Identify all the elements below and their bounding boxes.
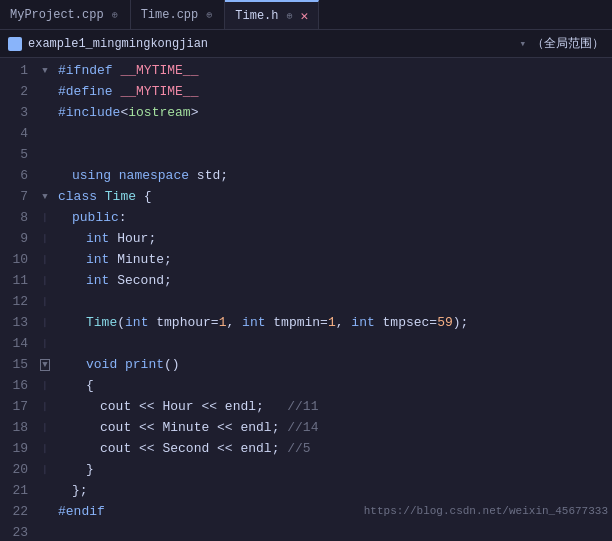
token-hour: Hour; xyxy=(117,228,156,249)
code-line-14 xyxy=(54,333,612,354)
code-line-5 xyxy=(54,144,612,165)
gutter-7: ▼ xyxy=(36,186,54,207)
line-num-8: 8 xyxy=(4,207,28,228)
token-59: 59 xyxy=(437,312,453,333)
line-num-14: 14 xyxy=(4,333,28,354)
line-num-1: 1 xyxy=(4,60,28,81)
token-int10: int xyxy=(86,249,117,270)
code-line-4 xyxy=(54,123,612,144)
gutter-20: │ xyxy=(36,459,54,480)
tab-close-timecpp[interactable]: ⊕ xyxy=(204,8,214,22)
tab-close-timeh[interactable]: ⊕ xyxy=(285,9,295,23)
token-cmt17: //11 xyxy=(287,396,318,417)
token-std: std; xyxy=(197,165,228,186)
line-num-19: 19 xyxy=(4,438,28,459)
gutter-6 xyxy=(36,165,54,186)
token-brace16: { xyxy=(86,375,94,396)
token-void: void xyxy=(86,354,125,375)
token-tmpmin: tmpmin= xyxy=(273,312,328,333)
line-num-17: 17 xyxy=(4,396,28,417)
token-macro2: __MYTIME__ xyxy=(120,81,198,102)
token-second19: Second xyxy=(162,438,209,459)
token-second: Second; xyxy=(117,270,172,291)
code-line-9: int Hour; xyxy=(54,228,612,249)
file-selector-name[interactable]: example1_mingmingkongjian xyxy=(28,37,513,51)
line-num-10: 10 xyxy=(4,249,28,270)
gutter-11: │ xyxy=(36,270,54,291)
code-line-15: void print() xyxy=(54,354,612,375)
tab-close-x[interactable]: ✕ xyxy=(301,8,309,24)
token-ctor-name: Time xyxy=(86,312,117,333)
token-brace20: } xyxy=(86,459,94,480)
tab-timecpp[interactable]: Time.cpp ⊕ xyxy=(131,0,226,29)
tab-bar: MyProject.cpp ⊕ Time.cpp ⊕ Time.h ⊕ ✕ xyxy=(0,0,612,30)
token-namespace: namespace xyxy=(119,165,197,186)
code-line-19: cout << Second << endl; //5 xyxy=(54,438,612,459)
token-colon: : xyxy=(119,207,127,228)
code-line-8: public: xyxy=(54,207,612,228)
line-num-3: 3 xyxy=(4,102,28,123)
code-line-18: cout << Minute << endl; //14 xyxy=(54,417,612,438)
tab-myproject[interactable]: MyProject.cpp ⊕ xyxy=(0,0,131,29)
line-num-2: 2 xyxy=(4,81,28,102)
line-num-20: 20 xyxy=(4,459,28,480)
token-semicolon21: }; xyxy=(72,480,88,501)
token-tmphour: tmphour= xyxy=(156,312,218,333)
gutter-17: │ xyxy=(36,396,54,417)
file-selector-bar: example1_mingmingkongjian ▾ （全局范围） xyxy=(0,30,612,58)
gutter-8: │ xyxy=(36,207,54,228)
gutter-18: │ xyxy=(36,417,54,438)
token-minute: Minute; xyxy=(117,249,172,270)
editor-area: 1 2 3 4 5 6 7 8 9 10 11 12 13 14 15 16 1… xyxy=(0,58,612,541)
token-int-tm: int xyxy=(242,312,273,333)
code-line-6: using namespace std; xyxy=(54,165,612,186)
gutter-1: ▼ xyxy=(36,60,54,81)
line-num-13: 13 xyxy=(4,312,28,333)
token-cout17: cout << xyxy=(100,396,162,417)
token-parens: () xyxy=(164,354,180,375)
token-1a: 1 xyxy=(219,312,227,333)
token-hour17: Hour xyxy=(162,396,193,417)
token-angle2: > xyxy=(191,102,199,123)
tab-close-myproject[interactable]: ⊕ xyxy=(110,8,120,22)
code-line-1: #ifndef __MYTIME__ xyxy=(54,60,612,81)
code-content: #ifndef __MYTIME__ #define __MYTIME__ #i… xyxy=(54,58,612,541)
token-endl18a: << endl; xyxy=(209,417,287,438)
code-line-17: cout << Hour << endl; //11 xyxy=(54,396,612,417)
line-num-18: 18 xyxy=(4,417,28,438)
gutter-12: │ xyxy=(36,291,54,312)
gutter-13: │ xyxy=(36,312,54,333)
tab-label: Time.h xyxy=(235,9,278,23)
gutter-3 xyxy=(36,102,54,123)
token-time-name: Time xyxy=(105,186,144,207)
collapse-icon-7[interactable]: ▼ xyxy=(42,192,47,202)
token-angle: < xyxy=(120,102,128,123)
token-pp3: #include xyxy=(58,102,120,123)
line-num-9: 9 xyxy=(4,228,28,249)
line-num-15: 15 xyxy=(4,354,28,375)
line-num-12: 12 xyxy=(4,291,28,312)
gutter-10: │ xyxy=(36,249,54,270)
token-tmpsec: tmpsec= xyxy=(383,312,438,333)
dropdown-arrow-icon[interactable]: ▾ xyxy=(519,37,526,50)
code-line-23 xyxy=(54,522,612,541)
token-comma1: , xyxy=(226,312,242,333)
line-num-23: 23 xyxy=(4,522,28,541)
code-line-2: #define __MYTIME__ xyxy=(54,81,612,102)
collapse-icon-1[interactable]: ▼ xyxy=(42,66,47,76)
line-num-11: 11 xyxy=(4,270,28,291)
token-pp1: #ifndef xyxy=(58,60,120,81)
token-cout19: cout << xyxy=(100,438,162,459)
gutter-9: │ xyxy=(36,228,54,249)
tab-timeh[interactable]: Time.h ⊕ ✕ xyxy=(225,0,319,29)
tab-label: Time.cpp xyxy=(141,8,199,22)
line-num-6: 6 xyxy=(4,165,28,186)
token-minute18: Minute xyxy=(162,417,209,438)
token-brace-open: { xyxy=(144,186,152,207)
gutter-21 xyxy=(36,480,54,501)
line-num-7: 7 xyxy=(4,186,28,207)
collapse-icon-15[interactable]: ▼ xyxy=(40,359,49,371)
token-1b: 1 xyxy=(328,312,336,333)
token-public: public xyxy=(72,207,119,228)
file-icon xyxy=(8,37,22,51)
